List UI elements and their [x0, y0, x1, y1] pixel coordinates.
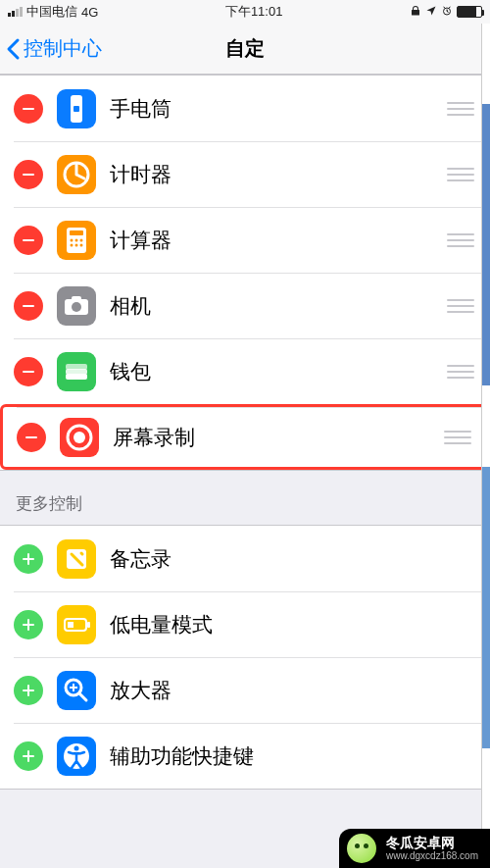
- svg-rect-30: [27, 619, 29, 631]
- reorder-handle[interactable]: [447, 233, 474, 247]
- row-calculator[interactable]: 计算器: [0, 207, 490, 273]
- battery-icon: [457, 6, 482, 18]
- included-controls-list: 手电筒 计时器 计算器 相机: [0, 75, 490, 471]
- page-title: 自定: [225, 35, 265, 62]
- svg-rect-18: [72, 296, 81, 301]
- camera-icon: [57, 286, 96, 326]
- watermark-name: 冬瓜安卓网: [386, 836, 478, 850]
- row-screen-recording[interactable]: 屏幕录制: [0, 404, 490, 470]
- flashlight-icon: [57, 89, 96, 128]
- svg-point-12: [71, 243, 74, 246]
- back-button[interactable]: 控制中心: [0, 35, 102, 62]
- svg-point-14: [80, 243, 83, 246]
- svg-point-10: [75, 238, 78, 241]
- scroll-indicator-edge: [481, 24, 490, 829]
- svg-point-40: [74, 745, 79, 750]
- notes-icon: [57, 539, 96, 579]
- calculator-icon: [57, 221, 96, 260]
- remove-button[interactable]: [14, 160, 43, 189]
- remove-button[interactable]: [14, 94, 43, 124]
- svg-rect-3: [74, 106, 79, 112]
- section-header-more: 更多控制: [0, 471, 490, 525]
- svg-rect-27: [27, 553, 29, 565]
- row-label: 计时器: [110, 161, 447, 188]
- row-label: 辅助功能快捷键: [110, 742, 474, 770]
- svg-rect-4: [23, 174, 34, 176]
- more-controls-list: 备忘录 低电量模式 放大器 辅助功能快捷键: [0, 525, 490, 790]
- row-label: 低电量模式: [110, 611, 474, 638]
- row-label: 屏幕录制: [113, 424, 444, 451]
- row-notes[interactable]: 备忘录: [0, 526, 490, 591]
- add-button[interactable]: [14, 610, 43, 639]
- svg-rect-33: [68, 622, 74, 628]
- watermark: 冬瓜安卓网 www.dgxcdz168.com: [339, 829, 490, 868]
- remove-button[interactable]: [14, 291, 43, 321]
- lock-icon: [410, 5, 421, 20]
- svg-rect-38: [27, 750, 29, 762]
- row-label: 计算器: [110, 227, 447, 254]
- svg-point-25: [74, 432, 85, 443]
- svg-rect-15: [23, 305, 34, 307]
- screen-recording-icon: [60, 418, 99, 457]
- status-time: 下午11:01: [225, 3, 283, 21]
- add-button[interactable]: [14, 676, 43, 705]
- reorder-handle[interactable]: [447, 102, 474, 116]
- row-label: 手电筒: [110, 95, 447, 123]
- svg-rect-1: [23, 108, 34, 110]
- row-accessibility-shortcut[interactable]: 辅助功能快捷键: [0, 723, 490, 789]
- svg-rect-8: [70, 230, 83, 235]
- carrier-label: 中国电信: [26, 3, 77, 21]
- row-label: 备忘录: [110, 545, 474, 573]
- mascot-icon: [347, 834, 376, 863]
- reorder-handle[interactable]: [447, 168, 474, 181]
- alarm-icon: [441, 5, 453, 20]
- network-label: 4G: [81, 5, 98, 20]
- svg-rect-19: [23, 371, 34, 373]
- row-label: 相机: [110, 292, 447, 320]
- wallet-icon: [57, 352, 96, 391]
- row-flashlight[interactable]: 手电筒: [0, 76, 490, 141]
- status-right: [410, 5, 482, 20]
- svg-point-11: [80, 238, 83, 241]
- low-power-icon: [57, 605, 96, 644]
- reorder-handle[interactable]: [447, 365, 474, 379]
- nav-bar: 控制中心 自定: [0, 24, 490, 75]
- row-camera[interactable]: 相机: [0, 273, 490, 338]
- status-left: 中国电信 4G: [8, 3, 98, 21]
- add-button[interactable]: [14, 544, 43, 574]
- magnifier-icon: [57, 671, 96, 710]
- svg-point-13: [75, 243, 78, 246]
- remove-button[interactable]: [14, 357, 43, 386]
- reorder-handle[interactable]: [444, 431, 471, 444]
- status-bar: 中国电信 4G 下午11:01: [0, 0, 490, 24]
- row-wallet[interactable]: 钱包: [0, 338, 490, 404]
- remove-button[interactable]: [17, 423, 46, 452]
- row-low-power[interactable]: 低电量模式: [0, 591, 490, 657]
- signal-icon: [8, 7, 23, 17]
- row-timer[interactable]: 计时器: [0, 141, 490, 207]
- svg-rect-35: [27, 685, 29, 696]
- timer-icon: [57, 155, 96, 194]
- row-label: 放大器: [110, 677, 474, 704]
- location-icon: [425, 5, 437, 20]
- svg-point-17: [72, 302, 81, 312]
- svg-point-9: [71, 238, 74, 241]
- remove-button[interactable]: [14, 226, 43, 255]
- svg-rect-23: [25, 436, 37, 438]
- svg-rect-6: [23, 239, 34, 241]
- chevron-left-icon: [6, 37, 22, 61]
- watermark-url: www.dgxcdz168.com: [386, 850, 478, 861]
- row-magnifier[interactable]: 放大器: [0, 657, 490, 723]
- svg-rect-22: [66, 374, 87, 380]
- add-button[interactable]: [14, 741, 43, 771]
- svg-rect-32: [87, 622, 90, 628]
- reorder-handle[interactable]: [447, 299, 474, 313]
- accessibility-icon: [57, 737, 96, 776]
- row-label: 钱包: [110, 358, 447, 385]
- back-label: 控制中心: [24, 35, 102, 62]
